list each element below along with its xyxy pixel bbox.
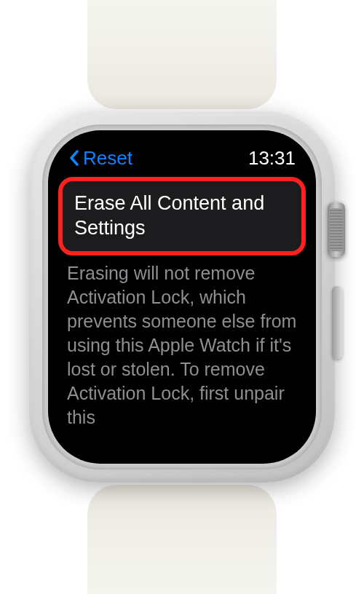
erase-all-button-label: Erase All Content and Settings [74, 191, 290, 241]
content-area: Erase All Content and Settings Erasing w… [66, 173, 298, 429]
watch-band-bottom [87, 485, 277, 594]
watch-band-top [87, 0, 277, 109]
watch-inner-bezel: Reset 13:31 Erase All Content and Settin… [42, 124, 322, 470]
erase-all-button[interactable]: Erase All Content and Settings [63, 181, 301, 251]
watch-screen: Reset 13:31 Erase All Content and Settin… [48, 130, 316, 464]
back-button[interactable]: Reset [68, 147, 132, 170]
side-button[interactable] [332, 286, 342, 359]
clock-time: 13:31 [248, 147, 296, 170]
back-title: Reset [83, 147, 132, 170]
status-bar: Reset 13:31 [66, 143, 298, 173]
chevron-left-icon [68, 149, 80, 167]
erase-description: Erasing will not remove Activation Lock,… [66, 251, 298, 429]
digital-crown[interactable] [328, 202, 345, 257]
watch-case: Reset 13:31 Erase All Content and Settin… [29, 111, 335, 483]
